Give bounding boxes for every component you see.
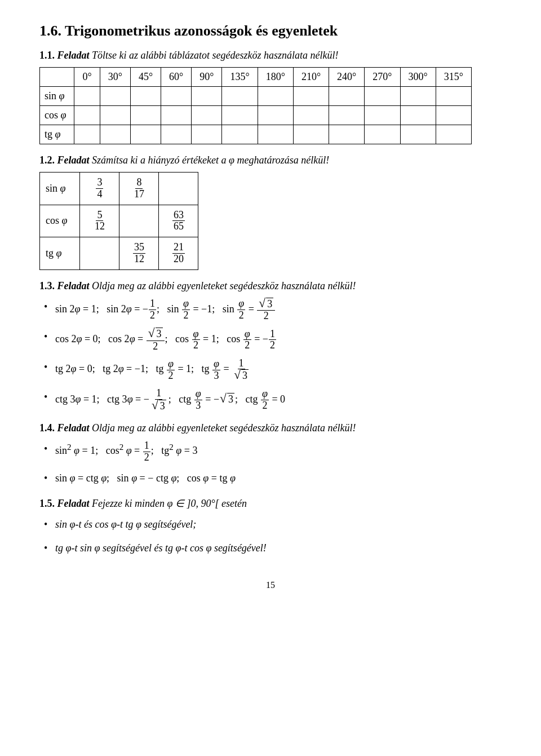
eq-sin2-1: sin2 φ = 1; cos2 φ = 12; tg2 φ = 3 (55, 445, 197, 456)
task-1-5-heading: 1.5. Feladat Fejezze ki minden φ ∈ ]0, 9… (39, 497, 502, 510)
trig-table-1: 0° 30° 45° 60° 90° 135° 180° 210° 240° 2… (39, 67, 472, 144)
table-row: sin φ 3 4 8 17 (40, 173, 198, 205)
eq-sin2phi-1: sin 2φ = 1; sin 2φ = −12; sin φ2 = −1; s… (55, 303, 276, 315)
cell-sin-3 (159, 173, 198, 205)
frac-5-12: 5 12 (94, 210, 106, 233)
task-1-5-number: 1.5. (39, 498, 55, 509)
frac-63-65: 63 65 (172, 210, 185, 233)
expr-tg-sin-cos: tg φ-t sin φ segítségével és tg φ-t cos … (55, 542, 267, 554)
eq-sinphi-ctg: sin φ = ctg φ; sin φ = − ctg φ; cos φ = … (55, 472, 236, 484)
row-cos: cos φ (40, 205, 80, 237)
cell-cos-2 (119, 205, 159, 237)
table-row: sin φ (40, 87, 472, 106)
page-number: 15 (39, 580, 502, 590)
cell-cos-3: 63 65 (159, 205, 198, 237)
list-item: ctg 3φ = 1; ctg 3φ = −1√3; ctg φ3 = −√3;… (39, 388, 502, 412)
col-30: 30° (100, 68, 130, 87)
list-item: tg 2φ = 0; tg 2φ = −1; tg φ2 = 1; tg φ3 … (39, 358, 502, 382)
row-tg: tg φ (40, 237, 80, 270)
list-item: sin φ = ctg φ; sin φ = − ctg φ; cos φ = … (39, 469, 502, 487)
col-180: 180° (258, 68, 293, 87)
task-3-list: sin 2φ = 1; sin 2φ = −12; sin φ2 = −1; s… (39, 298, 502, 413)
col-240: 240° (329, 68, 365, 87)
task-1-1-word: Feladat (57, 50, 90, 61)
frac-8-17: 8 17 (133, 177, 145, 200)
list-item: sin2 φ = 1; cos2 φ = 12; tg2 φ = 3 (39, 440, 502, 463)
col-315: 315° (436, 68, 471, 87)
col-270: 270° (365, 68, 400, 87)
task-1-5: 1.5. Feladat Fejezze ki minden φ ∈ ]0, 9… (39, 497, 502, 558)
task-1-3-text: Oldja meg az alábbi egyenleteket segédes… (92, 280, 356, 291)
col-210: 210° (293, 68, 329, 87)
table-corner (40, 68, 74, 87)
task-4-list: sin2 φ = 1; cos2 φ = 12; tg2 φ = 3 sin φ… (39, 440, 502, 487)
task-1-3-word: Feladat (57, 280, 90, 291)
col-60: 60° (161, 68, 192, 87)
task-1-3-heading: 1.3. Feladat Oldja meg az alábbi egyenle… (39, 280, 502, 292)
task-1-2-word: Feladat (57, 154, 90, 166)
task-1-2-heading: 1.2. Feladat Számítsa ki a hiányzó érték… (39, 154, 502, 166)
cell-cos-1: 5 12 (80, 205, 119, 237)
frac-3-4: 3 4 (96, 177, 103, 200)
eq-ctg3phi-1: ctg 3φ = 1; ctg 3φ = −1√3; ctg φ3 = −√3;… (55, 394, 285, 405)
expr-sin-cos-tg: sin φ-t és cos φ-t tg φ segítségével; (55, 519, 196, 530)
eq-tg2phi-1: tg 2φ = 0; tg 2φ = −1; tg φ2 = 1; tg φ3 … (55, 363, 251, 374)
task-1-4-number: 1.4. (39, 422, 55, 434)
frac-21-20: 21 20 (172, 242, 185, 265)
col-90: 90° (192, 68, 222, 87)
list-item: sin 2φ = 1; sin 2φ = −12; sin φ2 = −1; s… (39, 298, 502, 322)
table-row: tg φ (40, 125, 472, 144)
col-300: 300° (400, 68, 436, 87)
cell-tg-3: 21 20 (159, 237, 198, 270)
task-1-4-word: Feladat (57, 422, 90, 434)
task-1-5-word: Feladat (57, 498, 90, 509)
row-sin: sin φ (40, 87, 74, 106)
task-1-1: 1.1. Feladat Töltse ki az alábbi tábláza… (39, 50, 502, 144)
task-1-2-text: Számítsa ki a hiányzó értékeket a φ megh… (92, 154, 329, 166)
row-sin: sin φ (40, 173, 80, 205)
row-tg: tg φ (40, 125, 74, 144)
col-0: 0° (74, 68, 100, 87)
task-1-3: 1.3. Feladat Oldja meg az alábbi egyenle… (39, 280, 502, 413)
task-5-list: sin φ-t és cos φ-t tg φ segítségével; tg… (39, 515, 502, 558)
cell-sin-1: 3 4 (80, 173, 119, 205)
task-1-3-number: 1.3. (39, 280, 55, 291)
cell-tg-2: 35 12 (119, 237, 159, 270)
list-item: tg φ-t sin φ segítségével és tg φ-t cos … (39, 539, 502, 557)
task-2-table-wrap: sin φ 3 4 8 17 (39, 172, 502, 270)
task-1-5-text: Fejezze ki minden φ ∈ ]0, 90°[ esetén (92, 498, 247, 509)
list-item: cos 2φ = 0; cos 2φ = √3 2 ; cos φ2 = 1; … (39, 328, 502, 352)
task-1-2: 1.2. Feladat Számítsa ki a hiányzó érték… (39, 154, 502, 270)
table-row: cos φ 5 12 63 65 (40, 205, 198, 237)
task-1-1-text: Töltse ki az alábbi táblázatot segédeszk… (92, 50, 338, 61)
cell-sin-2: 8 17 (119, 173, 159, 205)
row-cos: cos φ (40, 106, 74, 125)
main-title: 1.6. Trigonometrikus azonosságok és egye… (39, 23, 502, 39)
task-1-2-number: 1.2. (39, 154, 55, 166)
task-1-1-number: 1.1. (39, 50, 55, 61)
filled-table-1: sin φ 3 4 8 17 (39, 172, 198, 270)
table-row: tg φ 35 12 21 20 (40, 237, 198, 270)
task-1-4: 1.4. Feladat Oldja meg az alábbi egyenle… (39, 422, 502, 487)
table-row: cos φ (40, 106, 472, 125)
task-1-4-text: Oldja meg az alábbi egyenleteket segédes… (92, 422, 356, 434)
task-1-1-heading: 1.1. Feladat Töltse ki az alábbi tábláza… (39, 50, 502, 61)
cell-tg-1 (80, 237, 119, 270)
eq-cos2phi-1: cos 2φ = 0; cos 2φ = √3 2 ; cos φ2 = 1; … (55, 333, 277, 344)
col-45: 45° (130, 68, 161, 87)
frac-35-12: 35 12 (133, 242, 145, 265)
col-135: 135° (222, 68, 258, 87)
task-1-4-heading: 1.4. Feladat Oldja meg az alábbi egyenle… (39, 422, 502, 434)
list-item: sin φ-t és cos φ-t tg φ segítségével; (39, 515, 502, 533)
